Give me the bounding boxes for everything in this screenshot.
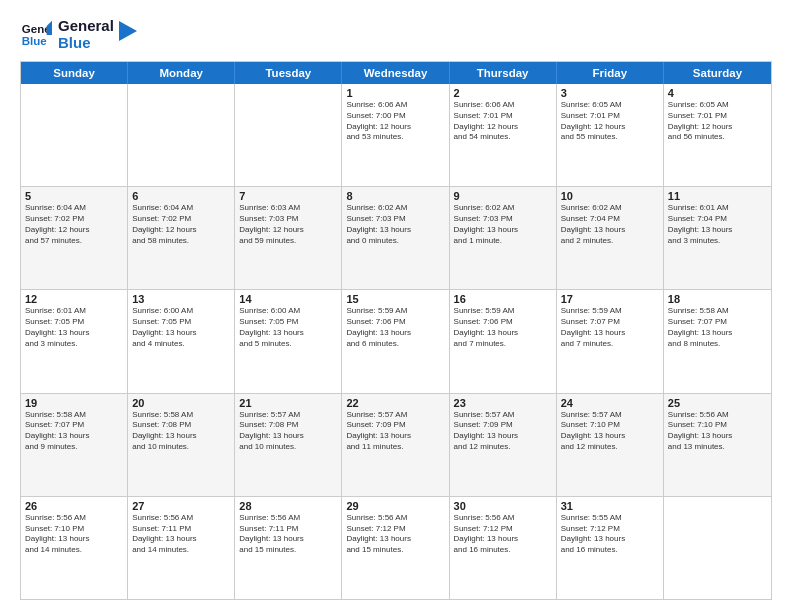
day-number: 23: [454, 397, 552, 409]
cell-text-line: and 12 minutes.: [454, 442, 552, 453]
cell-text-line: Sunset: 7:09 PM: [346, 420, 444, 431]
cell-text-line: and 1 minute.: [454, 236, 552, 247]
day-number: 2: [454, 87, 552, 99]
cell-text-line: and 16 minutes.: [561, 545, 659, 556]
cell-text-line: and 2 minutes.: [561, 236, 659, 247]
day-number: 13: [132, 293, 230, 305]
cell-text-line: and 14 minutes.: [132, 545, 230, 556]
svg-text:Blue: Blue: [22, 34, 48, 46]
day-6: 6Sunrise: 6:04 AMSunset: 7:02 PMDaylight…: [128, 187, 235, 289]
cell-text-line: and 3 minutes.: [668, 236, 767, 247]
cell-text-line: Daylight: 13 hours: [454, 328, 552, 339]
cell-text-line: Sunrise: 5:59 AM: [346, 306, 444, 317]
day-4: 4Sunrise: 6:05 AMSunset: 7:01 PMDaylight…: [664, 84, 771, 186]
header-day-tuesday: Tuesday: [235, 62, 342, 84]
cell-text-line: Sunrise: 5:56 AM: [239, 513, 337, 524]
calendar-row-3: 12Sunrise: 6:01 AMSunset: 7:05 PMDayligh…: [21, 289, 771, 392]
cell-text-line: Sunrise: 5:59 AM: [561, 306, 659, 317]
header-day-wednesday: Wednesday: [342, 62, 449, 84]
cell-text-line: Daylight: 13 hours: [132, 534, 230, 545]
day-number: 16: [454, 293, 552, 305]
day-15: 15Sunrise: 5:59 AMSunset: 7:06 PMDayligh…: [342, 290, 449, 392]
cell-text-line: Daylight: 13 hours: [346, 431, 444, 442]
cell-text-line: and 59 minutes.: [239, 236, 337, 247]
cell-text-line: Sunrise: 6:06 AM: [454, 100, 552, 111]
cell-text-line: Sunrise: 5:57 AM: [239, 410, 337, 421]
day-number: 8: [346, 190, 444, 202]
cell-text-line: and 55 minutes.: [561, 132, 659, 143]
day-13: 13Sunrise: 6:00 AMSunset: 7:05 PMDayligh…: [128, 290, 235, 392]
svg-marker-3: [119, 21, 137, 41]
day-29: 29Sunrise: 5:56 AMSunset: 7:12 PMDayligh…: [342, 497, 449, 599]
day-18: 18Sunrise: 5:58 AMSunset: 7:07 PMDayligh…: [664, 290, 771, 392]
cell-text-line: and 7 minutes.: [454, 339, 552, 350]
cell-text-line: Sunset: 7:03 PM: [454, 214, 552, 225]
cell-text-line: Sunrise: 6:01 AM: [25, 306, 123, 317]
day-number: 24: [561, 397, 659, 409]
cell-text-line: Sunset: 7:03 PM: [346, 214, 444, 225]
cell-text-line: Sunrise: 6:02 AM: [561, 203, 659, 214]
day-12: 12Sunrise: 6:01 AMSunset: 7:05 PMDayligh…: [21, 290, 128, 392]
cell-text-line: and 0 minutes.: [346, 236, 444, 247]
header-day-thursday: Thursday: [450, 62, 557, 84]
calendar-row-5: 26Sunrise: 5:56 AMSunset: 7:10 PMDayligh…: [21, 496, 771, 599]
cell-text-line: Daylight: 13 hours: [25, 534, 123, 545]
cell-text-line: Sunrise: 5:56 AM: [668, 410, 767, 421]
cell-text-line: and 10 minutes.: [132, 442, 230, 453]
cell-text-line: Daylight: 13 hours: [668, 431, 767, 442]
empty-cell: [235, 84, 342, 186]
cell-text-line: Daylight: 13 hours: [25, 431, 123, 442]
cell-text-line: Daylight: 13 hours: [454, 431, 552, 442]
empty-cell: [664, 497, 771, 599]
cell-text-line: Sunrise: 5:58 AM: [25, 410, 123, 421]
cell-text-line: and 13 minutes.: [668, 442, 767, 453]
day-number: 30: [454, 500, 552, 512]
day-number: 7: [239, 190, 337, 202]
cell-text-line: Sunset: 7:02 PM: [132, 214, 230, 225]
cell-text-line: Sunrise: 5:56 AM: [454, 513, 552, 524]
cell-text-line: Sunrise: 6:02 AM: [454, 203, 552, 214]
day-28: 28Sunrise: 5:56 AMSunset: 7:11 PMDayligh…: [235, 497, 342, 599]
day-number: 6: [132, 190, 230, 202]
day-number: 5: [25, 190, 123, 202]
cell-text-line: Sunrise: 5:55 AM: [561, 513, 659, 524]
cell-text-line: Sunset: 7:05 PM: [132, 317, 230, 328]
day-number: 20: [132, 397, 230, 409]
cell-text-line: and 3 minutes.: [25, 339, 123, 350]
cell-text-line: Sunset: 7:05 PM: [25, 317, 123, 328]
day-number: 12: [25, 293, 123, 305]
day-5: 5Sunrise: 6:04 AMSunset: 7:02 PMDaylight…: [21, 187, 128, 289]
day-number: 29: [346, 500, 444, 512]
cell-text-line: Sunset: 7:06 PM: [346, 317, 444, 328]
cell-text-line: Daylight: 13 hours: [454, 225, 552, 236]
calendar-body: 1Sunrise: 6:06 AMSunset: 7:00 PMDaylight…: [21, 84, 771, 599]
cell-text-line: and 12 minutes.: [561, 442, 659, 453]
day-20: 20Sunrise: 5:58 AMSunset: 7:08 PMDayligh…: [128, 394, 235, 496]
header-day-saturday: Saturday: [664, 62, 771, 84]
cell-text-line: Sunset: 7:11 PM: [239, 524, 337, 535]
cell-text-line: Sunrise: 6:05 AM: [561, 100, 659, 111]
cell-text-line: Sunset: 7:12 PM: [561, 524, 659, 535]
day-10: 10Sunrise: 6:02 AMSunset: 7:04 PMDayligh…: [557, 187, 664, 289]
cell-text-line: and 10 minutes.: [239, 442, 337, 453]
cell-text-line: Sunset: 7:01 PM: [561, 111, 659, 122]
day-number: 15: [346, 293, 444, 305]
cell-text-line: Sunset: 7:02 PM: [25, 214, 123, 225]
cell-text-line: Daylight: 13 hours: [561, 534, 659, 545]
cell-text-line: and 53 minutes.: [346, 132, 444, 143]
calendar-row-2: 5Sunrise: 6:04 AMSunset: 7:02 PMDaylight…: [21, 186, 771, 289]
cell-text-line: Sunrise: 6:01 AM: [668, 203, 767, 214]
header-day-friday: Friday: [557, 62, 664, 84]
cell-text-line: Sunset: 7:08 PM: [132, 420, 230, 431]
cell-text-line: Daylight: 12 hours: [668, 122, 767, 133]
calendar: SundayMondayTuesdayWednesdayThursdayFrid…: [20, 61, 772, 600]
day-27: 27Sunrise: 5:56 AMSunset: 7:11 PMDayligh…: [128, 497, 235, 599]
day-number: 28: [239, 500, 337, 512]
cell-text-line: Sunset: 7:08 PM: [239, 420, 337, 431]
day-16: 16Sunrise: 5:59 AMSunset: 7:06 PMDayligh…: [450, 290, 557, 392]
cell-text-line: Sunset: 7:10 PM: [25, 524, 123, 535]
day-19: 19Sunrise: 5:58 AMSunset: 7:07 PMDayligh…: [21, 394, 128, 496]
cell-text-line: Sunset: 7:04 PM: [668, 214, 767, 225]
day-21: 21Sunrise: 5:57 AMSunset: 7:08 PMDayligh…: [235, 394, 342, 496]
day-number: 10: [561, 190, 659, 202]
